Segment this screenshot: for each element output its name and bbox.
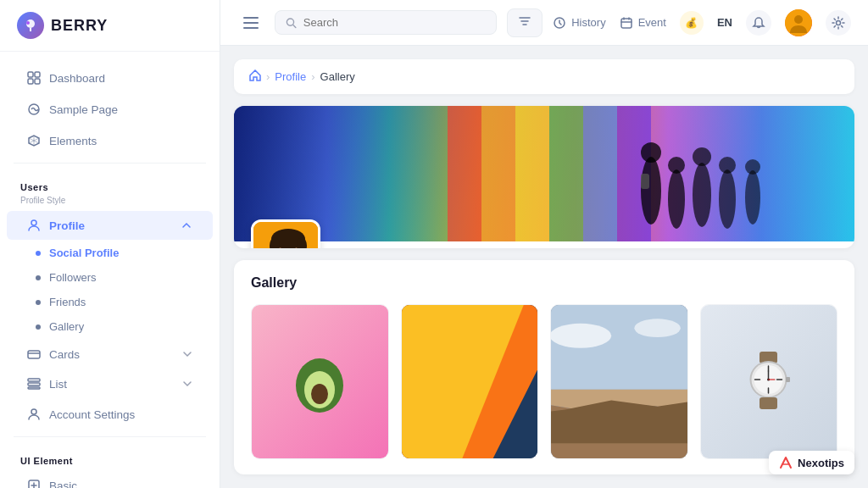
user-icon xyxy=(27,408,41,421)
svg-point-33 xyxy=(719,157,736,174)
event-label: Event xyxy=(638,16,666,29)
sidebar-item-dashboard[interactable]: Dashboard xyxy=(7,63,213,93)
sidebar-item-followers[interactable]: Followers xyxy=(0,265,220,290)
history-label: History xyxy=(571,16,605,29)
nexotips-label: Nexotips xyxy=(798,457,844,469)
users-section-title: Users xyxy=(0,170,220,196)
svg-rect-22 xyxy=(515,106,549,241)
breadcrumb-sep2: › xyxy=(311,70,314,83)
menu-button[interactable] xyxy=(237,9,264,36)
svg-point-35 xyxy=(745,159,760,175)
svg-point-71 xyxy=(551,323,611,347)
breadcrumb-home[interactable] xyxy=(249,69,261,84)
svg-rect-16 xyxy=(621,19,632,28)
sidebar-item-profile[interactable]: Profile xyxy=(7,211,213,240)
sidebar-item-social-profile[interactable]: Social Profile xyxy=(0,241,220,265)
svg-rect-3 xyxy=(35,72,40,77)
profile-info-row: Vinit Ajudiya Android Developer Message … xyxy=(234,241,854,248)
svg-rect-5 xyxy=(35,79,40,84)
dot-icon xyxy=(36,324,41,330)
layout-icon xyxy=(27,103,41,116)
cards-icon xyxy=(27,347,41,361)
event-button[interactable]: Event xyxy=(620,16,666,30)
search-input[interactable] xyxy=(303,16,486,29)
nexotips-icon xyxy=(779,456,793,469)
basic-label: Basic xyxy=(49,480,77,489)
search-icon xyxy=(286,17,297,29)
sample-page-label: Sample Page xyxy=(49,103,118,116)
sidebar-nav: Dashboard Sample Page Elements Users Pro… xyxy=(0,52,220,488)
lang-badge[interactable]: 💰 xyxy=(680,11,704,35)
main-area: History Event 💰 EN xyxy=(220,0,868,488)
friends-label: Friends xyxy=(49,296,86,308)
svg-rect-11 xyxy=(28,387,40,389)
svg-point-30 xyxy=(693,163,711,227)
sidebar-item-elements[interactable]: Elements xyxy=(7,125,213,156)
followers-label: Followers xyxy=(49,271,97,284)
logo-icon xyxy=(17,12,44,39)
dashboard-label: Dashboard xyxy=(49,72,105,85)
gallery-info-2: handmade.... ⋮ Fri Apr 30 2021 xyxy=(402,458,538,459)
nexotips-badge: Nexotips xyxy=(769,451,854,474)
breadcrumb-profile[interactable]: Profile xyxy=(275,70,306,83)
breadcrumb: › Profile › Gallery xyxy=(234,59,854,94)
sidebar-item-sample-page[interactable]: Sample Page xyxy=(7,94,213,125)
chevron-up-icon xyxy=(181,219,192,231)
history-button[interactable]: History xyxy=(553,16,605,30)
sidebar-item-cards[interactable]: Cards xyxy=(7,340,213,369)
account-settings-label: Account Settings xyxy=(49,408,135,421)
svg-rect-4 xyxy=(28,79,33,84)
filter-icon xyxy=(518,14,531,28)
svg-rect-86 xyxy=(760,397,777,409)
list-icon xyxy=(27,377,41,391)
sidebar-item-list[interactable]: List xyxy=(7,369,213,398)
profile-icon xyxy=(27,219,41,232)
sidebar-item-basic[interactable]: Basic xyxy=(7,470,213,488)
svg-rect-20 xyxy=(448,106,481,241)
basic-icon xyxy=(27,479,41,488)
ui-section-title: UI Element xyxy=(0,444,220,469)
sidebar-item-account-settings[interactable]: Account Settings xyxy=(7,399,213,430)
svg-point-34 xyxy=(745,170,760,225)
dot-icon xyxy=(36,251,41,256)
gallery-thumb-4 xyxy=(701,305,837,458)
svg-point-29 xyxy=(668,157,685,174)
filter-button[interactable] xyxy=(507,8,542,37)
svg-point-19 xyxy=(837,20,841,25)
grid-icon xyxy=(27,71,41,85)
svg-rect-24 xyxy=(583,106,617,241)
sidebar-item-friends[interactable]: Friends xyxy=(0,290,220,314)
chevron-down-icon xyxy=(182,349,192,359)
elements-label: Elements xyxy=(49,135,97,147)
list-label: List xyxy=(49,378,67,391)
svg-rect-21 xyxy=(481,106,515,241)
settings-button[interactable] xyxy=(826,10,851,36)
bell-icon xyxy=(752,16,765,30)
gallery-info-1: 1080p_tabl... ⋮ Tue Aug 24 2021 xyxy=(252,458,388,459)
profile-card: Vinit Ajudiya Android Developer Message … xyxy=(234,106,854,248)
svg-rect-9 xyxy=(28,379,40,381)
sidebar-item-gallery[interactable]: Gallery xyxy=(0,314,220,339)
sidebar-logo: BERRY xyxy=(0,0,220,52)
gallery-item-3: granite_che... ⋮ Fri Jun 25 2021 xyxy=(550,304,688,459)
svg-point-7 xyxy=(31,220,36,225)
gallery-info-3: granite_che... ⋮ Fri Jun 25 2021 xyxy=(551,458,687,459)
chevron-down-icon2 xyxy=(182,379,192,389)
svg-point-60 xyxy=(311,384,328,404)
breadcrumb-sep1: › xyxy=(266,70,270,83)
profile-avatar xyxy=(251,219,320,248)
notification-button[interactable] xyxy=(746,10,771,36)
user-avatar[interactable] xyxy=(785,9,812,36)
lang-text[interactable]: EN xyxy=(717,16,732,29)
svg-rect-8 xyxy=(28,351,40,358)
sidebar: BERRY Dashboard Sample Page Eleme xyxy=(0,0,220,488)
svg-rect-10 xyxy=(28,383,40,385)
gallery-grid: 1080p_tabl... ⋮ Tue Aug 24 2021 xyxy=(251,304,837,459)
sidebar-divider2 xyxy=(14,436,206,437)
svg-point-32 xyxy=(719,169,736,229)
gallery-child-label: Gallery xyxy=(49,320,84,333)
menu-line3 xyxy=(243,27,259,29)
box-icon xyxy=(27,134,41,147)
svg-point-28 xyxy=(668,169,685,229)
topbar: History Event 💰 EN xyxy=(220,0,868,46)
